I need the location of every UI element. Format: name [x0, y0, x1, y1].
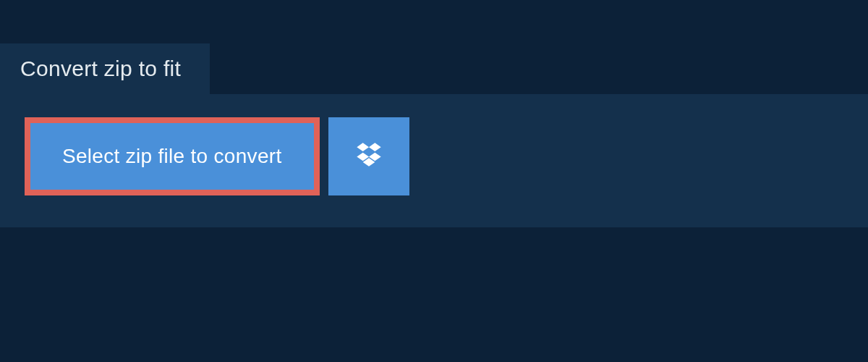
- tab-convert[interactable]: Convert zip to fit: [0, 43, 210, 94]
- select-file-label: Select zip file to convert: [62, 145, 282, 168]
- button-row: Select zip file to convert: [25, 117, 843, 195]
- tab-label: Convert zip to fit: [20, 56, 181, 80]
- dropbox-button[interactable]: [328, 117, 409, 195]
- tab-bar: Convert zip to fit: [0, 0, 868, 94]
- converter-panel: Select zip file to convert: [0, 94, 868, 227]
- dropbox-icon: [354, 140, 383, 172]
- select-file-button[interactable]: Select zip file to convert: [25, 117, 320, 195]
